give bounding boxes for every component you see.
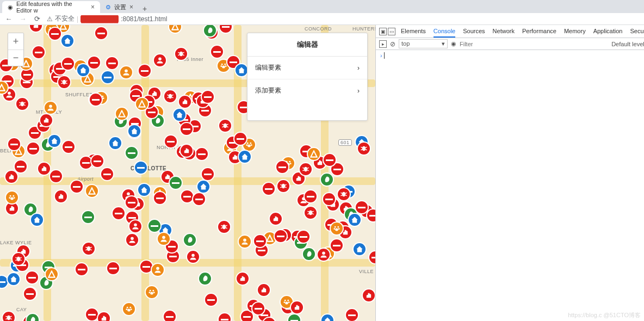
map-marker[interactable] <box>2 311 16 321</box>
map-marker[interactable] <box>307 147 321 161</box>
map-marker[interactable] <box>302 247 316 261</box>
map-marker[interactable] <box>15 97 29 111</box>
map-marker[interactable] <box>186 250 200 264</box>
map-marker[interactable] <box>257 283 271 297</box>
map-marker[interactable] <box>54 189 68 203</box>
map-marker[interactable] <box>357 141 371 156</box>
map-marker[interactable] <box>32 45 46 59</box>
map-marker[interactable] <box>183 233 197 247</box>
map-marker[interactable] <box>198 271 212 286</box>
map-marker[interactable] <box>163 310 177 321</box>
map-marker[interactable] <box>218 312 232 321</box>
tab-sources[interactable]: Sources <box>463 26 485 38</box>
map-marker[interactable] <box>251 301 265 316</box>
map-marker[interactable] <box>174 47 188 61</box>
tab-editor[interactable]: ◉ Edit features with the Editor w × <box>2 1 100 13</box>
map-marker[interactable] <box>168 25 182 34</box>
map-marker[interactable] <box>37 162 51 176</box>
map-marker[interactable] <box>172 108 187 122</box>
map-marker[interactable] <box>201 167 215 181</box>
map-marker[interactable] <box>49 169 63 183</box>
map-marker[interactable] <box>90 154 104 168</box>
map-marker[interactable] <box>192 192 206 206</box>
map-marker[interactable] <box>47 134 61 148</box>
map-marker[interactable] <box>7 137 21 151</box>
map-marker[interactable] <box>60 34 75 48</box>
add-features-row[interactable]: 添加要素 › <box>247 79 367 102</box>
map-marker[interactable] <box>81 210 95 224</box>
tab-application[interactable]: Application <box>593 26 623 38</box>
zoom-out-button[interactable]: − <box>8 50 23 66</box>
log-levels-selector[interactable]: Default levels▾ <box>611 40 644 47</box>
map-marker[interactable] <box>348 213 362 227</box>
map-marker[interactable] <box>337 187 351 201</box>
context-selector[interactable]: top▾ <box>399 39 448 48</box>
map-marker[interactable] <box>26 141 40 156</box>
map-marker[interactable] <box>262 182 276 196</box>
map-view[interactable]: CONCORD HUNTERSV I-485 Inner SHUFFLET MT… <box>0 25 375 321</box>
map-marker[interactable] <box>112 206 126 220</box>
map-marker[interactable] <box>210 45 224 59</box>
map-marker[interactable] <box>97 311 111 321</box>
map-marker[interactable] <box>134 160 148 175</box>
map-marker[interactable] <box>135 97 149 111</box>
map-marker[interactable] <box>101 70 115 84</box>
map-marker[interactable] <box>29 25 43 33</box>
map-marker[interactable] <box>287 313 301 321</box>
map-marker[interactable] <box>137 183 151 197</box>
map-marker[interactable] <box>204 293 218 307</box>
map-marker[interactable] <box>169 176 183 190</box>
tab-performance[interactable]: Performance <box>522 26 556 38</box>
map-marker[interactable] <box>11 252 26 266</box>
map-marker[interactable] <box>128 219 143 233</box>
map-marker[interactable] <box>157 232 171 246</box>
map-marker[interactable] <box>30 213 44 227</box>
map-marker[interactable] <box>105 56 119 70</box>
map-marker[interactable] <box>218 119 232 133</box>
map-marker[interactable] <box>178 95 192 109</box>
map-marker[interactable] <box>238 234 252 249</box>
map-marker[interactable] <box>39 113 53 127</box>
map-marker[interactable] <box>153 53 167 67</box>
map-marker[interactable] <box>4 170 18 184</box>
device-icon[interactable]: ▭ <box>388 28 395 35</box>
forward-button[interactable]: → <box>18 15 27 23</box>
map-marker[interactable] <box>82 242 96 256</box>
map-marker[interactable] <box>323 153 337 167</box>
map-marker[interactable] <box>290 300 304 314</box>
map-marker[interactable] <box>269 212 283 226</box>
tab-console[interactable]: Console <box>434 26 455 38</box>
tab-elements[interactable]: Elements <box>401 26 426 38</box>
map-marker[interactable] <box>85 184 99 198</box>
map-marker[interactable] <box>151 263 165 277</box>
map-marker[interactable] <box>317 248 331 262</box>
map-marker[interactable] <box>125 195 139 209</box>
back-button[interactable]: ← <box>4 15 13 23</box>
map-marker[interactable] <box>238 150 252 164</box>
map-marker[interactable] <box>236 271 250 286</box>
inspect-icon[interactable]: ▣ <box>379 28 387 35</box>
map-marker[interactable] <box>45 267 59 281</box>
map-marker[interactable] <box>106 261 120 275</box>
map-marker[interactable] <box>100 167 114 181</box>
map-marker[interactable] <box>61 57 75 71</box>
map-marker[interactable] <box>304 189 318 203</box>
clear-console-icon[interactable]: ⊘ <box>390 40 395 48</box>
map-marker[interactable] <box>275 160 289 174</box>
map-marker[interactable] <box>122 302 136 316</box>
map-marker[interactable] <box>76 63 90 77</box>
map-marker[interactable] <box>352 242 367 256</box>
map-marker[interactable] <box>330 238 344 252</box>
map-marker[interactable] <box>70 180 84 194</box>
tab-network[interactable]: Network <box>493 26 515 38</box>
map-marker[interactable] <box>299 162 313 176</box>
map-marker[interactable] <box>296 230 311 244</box>
console-output[interactable]: › <box>376 50 644 321</box>
map-marker[interactable] <box>179 122 194 136</box>
tab-security[interactable]: Security <box>630 26 644 38</box>
map-marker[interactable] <box>23 287 37 301</box>
map-marker[interactable] <box>368 250 375 264</box>
map-marker[interactable] <box>164 134 178 149</box>
map-marker[interactable] <box>7 272 21 286</box>
map-marker[interactable] <box>125 146 139 160</box>
